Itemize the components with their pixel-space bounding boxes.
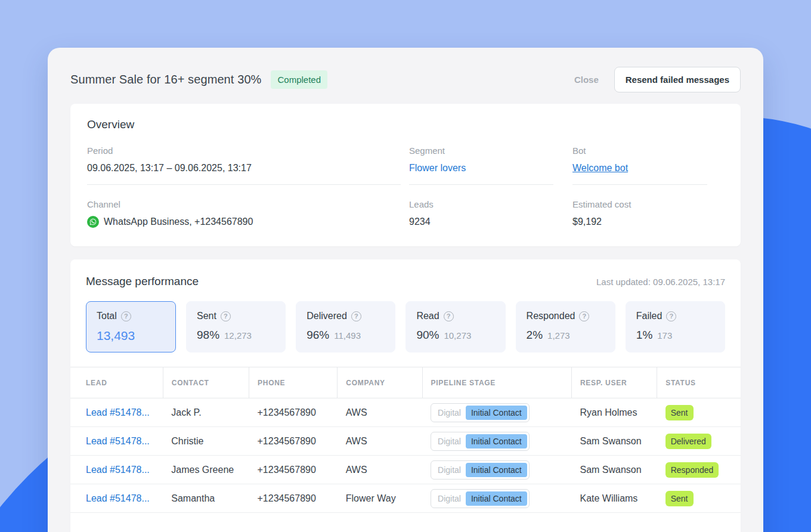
resp-user-cell: Sam Swanson bbox=[571, 427, 657, 456]
metric-label: Delivered bbox=[307, 311, 347, 321]
metric-label: Failed bbox=[636, 311, 663, 321]
status-chip: Sent bbox=[665, 405, 694, 420]
column-header-resp-user: Resp. user bbox=[571, 367, 657, 398]
topbar-actions: Close Resend failed messages bbox=[574, 67, 741, 92]
whatsapp-icon bbox=[87, 216, 99, 228]
contact-cell: Samantha bbox=[163, 484, 249, 513]
table-row: Lead #51478... Samantha +1234567890 Flow… bbox=[70, 484, 741, 513]
help-icon[interactable]: ? bbox=[666, 311, 676, 321]
field-label: Channel bbox=[87, 198, 401, 211]
metric-count: 1,273 bbox=[547, 330, 570, 341]
field-bot: Bot Welcome bot bbox=[572, 144, 707, 185]
contact-cell: James Greene bbox=[163, 456, 249, 484]
lead-link[interactable]: Lead #51478... bbox=[86, 407, 150, 417]
field-value: $9,192 bbox=[572, 215, 707, 228]
pipeline-stage-pill[interactable]: Digital Initial Contact bbox=[431, 489, 530, 508]
metric-count: 10,273 bbox=[444, 330, 471, 341]
field-estimated-cost: Estimated cost $9,192 bbox=[572, 198, 707, 228]
pipeline-name: Digital bbox=[433, 408, 466, 417]
pipeline-stage-chip: Initial Contact bbox=[466, 491, 527, 506]
metric-value: 13,493 bbox=[97, 329, 165, 343]
metric-card-delivered[interactable]: Delivered ? 96% 11,493 bbox=[296, 301, 395, 352]
field-leads: Leads 9234 bbox=[409, 198, 553, 228]
status-chip: Sent bbox=[665, 491, 694, 506]
metric-percent: 1% bbox=[636, 329, 652, 342]
metric-label: Sent bbox=[197, 311, 216, 321]
field-label: Bot bbox=[572, 144, 707, 157]
help-icon[interactable]: ? bbox=[351, 311, 361, 321]
field-label: Estimated cost bbox=[572, 198, 707, 211]
help-icon[interactable]: ? bbox=[444, 311, 454, 321]
metric-card-read[interactable]: Read ? 90% 10,273 bbox=[406, 301, 505, 352]
leads-table: Lead Contact Phone Company Pipeline stag… bbox=[70, 367, 741, 513]
table-row: Lead #51478... Jack P. +1234567890 AWS D… bbox=[70, 398, 741, 427]
resend-failed-messages-button[interactable]: Resend failed messages bbox=[614, 67, 741, 92]
help-icon[interactable]: ? bbox=[221, 311, 231, 321]
company-cell: AWS bbox=[338, 398, 422, 427]
message-performance-section: Message performance Last updated: 09.06.… bbox=[70, 259, 741, 532]
lead-link[interactable]: Lead #51478... bbox=[86, 465, 150, 475]
pipeline-name: Digital bbox=[433, 437, 466, 446]
metric-card-total[interactable]: Total ? 13,493 bbox=[86, 301, 176, 352]
column-header-phone: Phone bbox=[249, 367, 338, 398]
help-icon[interactable]: ? bbox=[579, 311, 589, 321]
contact-cell: Jack P. bbox=[163, 398, 249, 427]
table-row: Lead #51478... Christie +1234567890 AWS … bbox=[70, 427, 741, 456]
phone-cell: +1234567890 bbox=[249, 456, 338, 484]
resp-user-cell: Ryan Holmes bbox=[571, 398, 657, 427]
column-header-contact: Contact bbox=[163, 367, 249, 398]
status-chip: Responded bbox=[665, 462, 719, 478]
performance-title: Message performance bbox=[86, 275, 199, 288]
field-value: 9234 bbox=[409, 215, 553, 228]
metric-count: 11,493 bbox=[334, 330, 361, 341]
lead-link[interactable]: Lead #51478... bbox=[86, 493, 150, 503]
segment-link[interactable]: Flower lovers bbox=[409, 163, 466, 173]
page-title: Summer Sale for 16+ segment 30% bbox=[70, 73, 261, 86]
metric-card-sent[interactable]: Sent ? 98% 12,273 bbox=[186, 301, 286, 352]
status-badge: Completed bbox=[271, 70, 327, 89]
field-label: Leads bbox=[409, 198, 553, 211]
field-channel: Channel WhatsApp Business, +1234567890 bbox=[87, 198, 401, 228]
metric-card-failed[interactable]: Failed ? 1% 173 bbox=[626, 301, 725, 352]
phone-cell: +1234567890 bbox=[249, 427, 338, 456]
metric-count: 173 bbox=[657, 330, 672, 341]
pipeline-stage-chip: Initial Contact bbox=[466, 463, 527, 477]
pipeline-stage-chip: Initial Contact bbox=[466, 434, 527, 449]
pipeline-stage-chip: Initial Contact bbox=[466, 406, 527, 420]
pipeline-stage-pill[interactable]: Digital Initial Contact bbox=[431, 403, 530, 422]
company-cell: AWS bbox=[338, 456, 422, 484]
phone-cell: +1234567890 bbox=[249, 484, 338, 513]
resp-user-cell: Sam Swanson bbox=[571, 456, 657, 484]
bot-link[interactable]: Welcome bot bbox=[572, 163, 628, 173]
metrics-row: Total ? 13,493 Sent ? 98% 12,273 Deliver… bbox=[86, 301, 725, 352]
lead-link[interactable]: Lead #51478... bbox=[86, 436, 150, 446]
overview-grid: Period 09.06.2025, 13:17 – 09.06.2025, 1… bbox=[87, 144, 724, 228]
field-value: 09.06.2025, 13:17 – 09.06.2025, 13:17 bbox=[87, 161, 401, 175]
phone-cell: +1234567890 bbox=[249, 398, 338, 427]
overview-section: Overview Period 09.06.2025, 13:17 – 09.0… bbox=[70, 104, 741, 246]
metric-percent: 98% bbox=[197, 329, 219, 342]
table-header-row: Lead Contact Phone Company Pipeline stag… bbox=[70, 367, 741, 398]
metric-label: Total bbox=[97, 311, 117, 321]
pipeline-stage-pill[interactable]: Digital Initial Contact bbox=[431, 432, 530, 451]
modal-topbar: Summer Sale for 16+ segment 30% Complete… bbox=[70, 66, 741, 93]
pipeline-stage-pill[interactable]: Digital Initial Contact bbox=[431, 460, 530, 480]
column-header-lead: Lead bbox=[70, 367, 163, 398]
metric-percent: 90% bbox=[416, 329, 439, 342]
metric-percent: 96% bbox=[307, 329, 329, 342]
pipeline-name: Digital bbox=[433, 465, 466, 475]
help-icon[interactable]: ? bbox=[121, 311, 131, 321]
field-label: Segment bbox=[409, 144, 553, 157]
metric-label: Responded bbox=[527, 311, 575, 321]
overview-title: Overview bbox=[87, 118, 724, 131]
campaign-details-modal: Summer Sale for 16+ segment 30% Complete… bbox=[48, 48, 763, 532]
close-button[interactable]: Close bbox=[574, 75, 599, 85]
resp-user-cell: Kate Williams bbox=[571, 484, 657, 513]
metric-card-responded[interactable]: Responded ? 2% 1,273 bbox=[516, 301, 615, 352]
column-header-pipeline-stage: Pipeline stage bbox=[422, 367, 571, 398]
column-header-company: Company bbox=[338, 367, 422, 398]
field-segment: Segment Flower lovers bbox=[409, 144, 553, 185]
field-label: Period bbox=[87, 144, 401, 157]
metric-label: Read bbox=[416, 311, 439, 321]
field-period: Period 09.06.2025, 13:17 – 09.06.2025, 1… bbox=[87, 144, 401, 185]
